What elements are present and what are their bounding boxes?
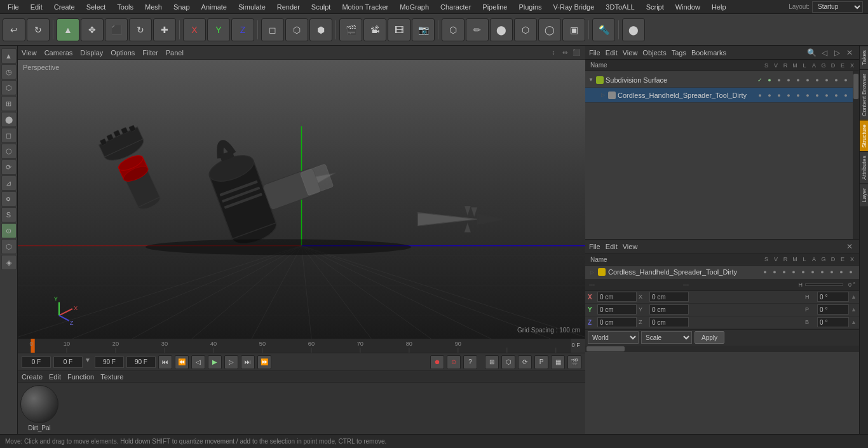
end-frame-field2[interactable] bbox=[126, 356, 156, 368]
play-back-button[interactable]: ⏪ bbox=[175, 355, 189, 369]
viewport-menu-options[interactable]: Options bbox=[111, 49, 135, 57]
obj-v-icon[interactable]: ● bbox=[765, 76, 774, 85]
cordless-r-icon[interactable]: ● bbox=[775, 91, 783, 100]
obj-m-icon[interactable]: ● bbox=[784, 76, 793, 85]
left-tool-3[interactable]: ⬡ bbox=[1, 80, 17, 95]
vtab-layer[interactable]: Layer bbox=[860, 184, 868, 207]
edge-mode-button[interactable]: ⬢ bbox=[309, 18, 332, 41]
vtab-takes[interactable]: Takes bbox=[860, 46, 868, 69]
left-tool-7[interactable]: ⬡ bbox=[1, 144, 17, 159]
select-tool-button[interactable]: ▲ bbox=[57, 18, 79, 41]
goto-start-button[interactable]: ⏮ bbox=[158, 355, 172, 369]
obj-row-subdivision[interactable]: ▼ Subdivision Surface ✓ ● ● ● ● ● bbox=[585, 72, 853, 88]
viewport-menu-view[interactable]: View bbox=[22, 49, 37, 57]
viewport-icon-1[interactable]: ↕ bbox=[548, 48, 559, 58]
menu-tools[interactable]: Tools bbox=[112, 2, 139, 12]
obj-e-icon[interactable]: ● bbox=[832, 76, 841, 85]
obj-l-icon[interactable]: ● bbox=[794, 76, 803, 85]
cordless-e-icon[interactable]: ● bbox=[832, 91, 841, 100]
attr-x-icon[interactable]: ● bbox=[846, 268, 855, 276]
menu-vray[interactable]: V-Ray Bridge bbox=[548, 2, 600, 12]
snap-to-key-button[interactable]: ⊞ bbox=[485, 355, 499, 369]
loop-button[interactable]: ⏩ bbox=[257, 355, 271, 369]
material-item[interactable]: Dirt_Pai bbox=[20, 385, 58, 431]
obj-menu-tags[interactable]: Tags bbox=[672, 49, 686, 57]
array-button[interactable]: ⬡ bbox=[514, 18, 537, 41]
coord-p-val[interactable] bbox=[817, 304, 849, 315]
viewport-icon-2[interactable]: ⇔ bbox=[560, 48, 570, 58]
start-frame-field[interactable] bbox=[22, 356, 51, 368]
axis-y-button[interactable]: Y bbox=[207, 18, 230, 41]
frame-back-button[interactable]: ◁ bbox=[191, 355, 205, 369]
vtab-content-browser[interactable]: Content Browser bbox=[860, 69, 868, 120]
cube-button[interactable]: ⬡ bbox=[442, 18, 465, 41]
redo-button[interactable]: ↻ bbox=[27, 18, 50, 41]
attr-r-icon[interactable]: ● bbox=[780, 268, 789, 276]
attr-g-icon[interactable]: ● bbox=[818, 268, 827, 276]
record-auto-button[interactable]: ⊙ bbox=[447, 355, 461, 369]
obj-scrollbar-thumb[interactable] bbox=[853, 74, 858, 99]
cordless-x-icon[interactable]: ● bbox=[841, 91, 850, 100]
obj-search-icon[interactable]: 🔍 bbox=[806, 47, 817, 58]
obj-nav-forward[interactable]: ▷ bbox=[831, 47, 843, 58]
scale-select[interactable]: Scale Size bbox=[641, 331, 692, 344]
cordless-v-icon[interactable]: ● bbox=[765, 91, 774, 100]
point-mode-button[interactable]: ⬡ bbox=[285, 18, 308, 41]
attr-m-icon[interactable]: ● bbox=[789, 268, 798, 276]
cordless-g-icon[interactable]: ● bbox=[813, 91, 822, 100]
mat-menu-edit[interactable]: Edit bbox=[49, 373, 61, 381]
left-tool-1[interactable]: ▲ bbox=[1, 48, 17, 64]
viewport-menu-display[interactable]: Display bbox=[80, 49, 103, 57]
obj-nav-back[interactable]: ◁ bbox=[818, 47, 830, 58]
obj-menu-view[interactable]: View bbox=[623, 49, 638, 57]
expand-cordless[interactable]: ▷ bbox=[600, 92, 606, 98]
obj-r-icon[interactable]: ● bbox=[775, 76, 783, 85]
coord-z-size[interactable] bbox=[649, 317, 689, 327]
menu-motion-tracker[interactable]: Motion Tracker bbox=[337, 2, 393, 12]
attr-v-icon[interactable]: ● bbox=[770, 268, 779, 276]
left-tool-14[interactable]: ◈ bbox=[1, 255, 17, 270]
menu-sculpt[interactable]: Sculpt bbox=[306, 2, 336, 12]
menu-edit[interactable]: Edit bbox=[25, 2, 48, 12]
cordless-d-icon[interactable]: ● bbox=[822, 91, 831, 100]
mat-menu-create[interactable]: Create bbox=[22, 373, 43, 381]
menu-script[interactable]: Script bbox=[641, 2, 669, 12]
menu-character[interactable]: Character bbox=[435, 2, 476, 12]
mat-menu-texture[interactable]: Texture bbox=[100, 373, 123, 381]
menu-snap[interactable]: Snap bbox=[168, 2, 195, 12]
left-tool-4[interactable]: ⊞ bbox=[1, 96, 17, 111]
attr-l-icon[interactable]: ● bbox=[799, 268, 808, 276]
obj-menu-bookmarks[interactable]: Bookmarks bbox=[691, 49, 726, 57]
coord-x-size[interactable] bbox=[649, 292, 689, 302]
render-region-button[interactable]: 🎬 bbox=[339, 18, 362, 41]
frame-forward-button[interactable]: ▷ bbox=[224, 355, 238, 369]
obj-row-cordless[interactable]: ▷ Cordless_Handheld_Spreader_Tool_Dirty … bbox=[585, 88, 853, 103]
menu-select[interactable]: Select bbox=[81, 2, 111, 12]
obj-x-icon[interactable]: ● bbox=[841, 76, 850, 85]
left-tool-2[interactable]: ◷ bbox=[1, 64, 17, 79]
scale-tool-button[interactable]: ⬛ bbox=[105, 18, 128, 41]
end-frame-field[interactable] bbox=[95, 356, 124, 368]
expand-subdivision[interactable]: ▼ bbox=[588, 77, 594, 83]
left-tool-9[interactable]: ⊿ bbox=[1, 175, 17, 191]
camera-button[interactable]: ▣ bbox=[562, 18, 585, 41]
menu-window[interactable]: Window bbox=[670, 2, 705, 12]
menu-help[interactable]: Help bbox=[707, 2, 731, 12]
menu-3dtoall[interactable]: 3DToALL bbox=[600, 2, 639, 12]
obj-s-icon[interactable]: ✓ bbox=[756, 76, 764, 85]
rotate-tool-button[interactable]: ↻ bbox=[129, 18, 152, 41]
attr-e-icon[interactable]: ● bbox=[837, 268, 846, 276]
layout-dropdown[interactable]: Startup Standard bbox=[812, 1, 863, 13]
attr-menu-edit[interactable]: Edit bbox=[606, 243, 618, 250]
obj-a-icon[interactable]: ● bbox=[803, 76, 812, 85]
left-tool-5[interactable]: ⬤ bbox=[1, 112, 17, 127]
render-picture-button[interactable]: 📽 bbox=[363, 18, 386, 41]
attr-menu-view[interactable]: View bbox=[623, 243, 638, 250]
left-tool-13[interactable]: ⬡ bbox=[1, 239, 17, 254]
obj-d-icon[interactable]: ● bbox=[822, 76, 831, 85]
play-forward-button[interactable]: ▶ bbox=[208, 355, 222, 369]
menu-mograph[interactable]: MoGraph bbox=[395, 2, 434, 12]
world-select[interactable]: World Local Object bbox=[588, 331, 639, 344]
left-tool-12[interactable]: ⊙ bbox=[1, 223, 17, 238]
floor-button[interactable]: ⬤ bbox=[622, 18, 645, 41]
